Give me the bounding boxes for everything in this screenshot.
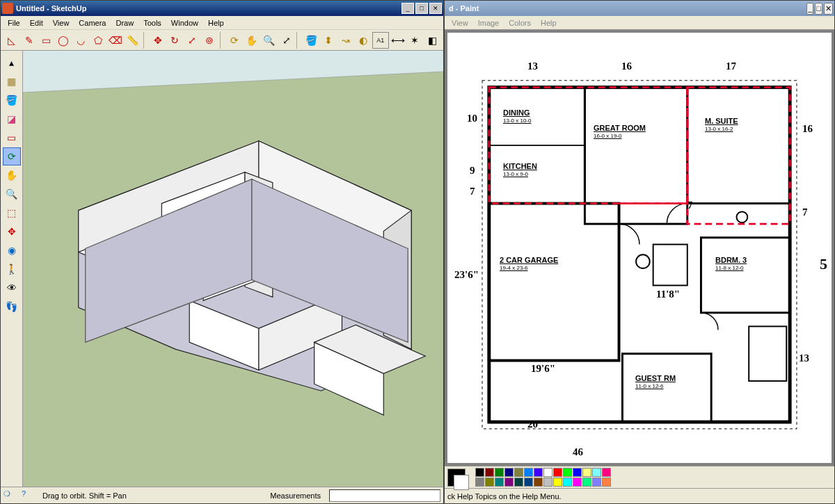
color-swatch[interactable] [514,478,523,487]
menu-camera[interactable]: Camera [74,17,110,29]
color-swatch[interactable] [495,478,504,487]
color-swatch[interactable] [573,468,582,477]
paint-maximize-button[interactable]: □ [815,3,822,15]
color-swatch[interactable] [524,478,533,487]
color-swatch[interactable] [495,468,504,477]
pushpull-icon[interactable]: ⬍ [320,32,337,49]
color-swatch[interactable] [475,478,484,487]
orbit-tool-icon[interactable]: ⟳ [3,147,21,165]
sketchup-app-icon [2,3,13,14]
pan-icon[interactable]: ✋ [244,32,260,49]
rotate-icon[interactable]: ↻ [167,32,184,49]
color-swatch[interactable] [504,468,514,477]
color-swatch[interactable] [553,478,562,487]
color-swatch[interactable] [563,478,572,487]
color-swatch[interactable] [602,468,611,477]
sketchup-viewport[interactable] [23,51,443,487]
position-camera-icon[interactable]: 🚶 [3,260,21,278]
color-swatch[interactable] [582,468,591,477]
dim-23-6: 23'6" [454,269,479,281]
text-icon[interactable]: A1 [372,32,389,49]
color-swatch[interactable] [553,468,562,477]
color-swatch[interactable] [504,478,514,487]
color-swatch[interactable] [514,468,523,477]
color-swatch[interactable] [524,468,533,477]
menu-view[interactable]: View [49,17,74,29]
move-icon[interactable]: ✥ [150,32,166,49]
dim-46: 46 [573,446,583,458]
paint-tool-icon[interactable]: 🪣 [3,91,21,109]
menu-help[interactable]: Help [204,17,228,29]
zoom-window-icon[interactable]: ⬚ [3,204,21,222]
menu-draw[interactable]: Draw [111,17,138,29]
color-swatch[interactable] [485,478,494,487]
geo-icon[interactable]: ❍ [3,489,16,502]
floorplan-image[interactable]: DINING13-0 x 10-0 GREAT ROOM16-0 x 19-0 … [447,33,832,463]
status-hint: Drag to orbit. Shift = Pan [40,491,262,500]
paint-minimize-button[interactable]: _ [806,3,813,15]
walk-icon[interactable]: 👣 [3,298,21,316]
rect-tool-icon[interactable]: ▭ [3,129,21,147]
menu-window[interactable]: Window [167,17,202,29]
svg-point-26 [636,254,650,268]
paint-menu-help[interactable]: Help [536,17,561,29]
look-around-icon[interactable]: 👁 [3,279,21,297]
select-icon[interactable]: ◺ [3,32,20,49]
line-icon[interactable]: ✎ [21,32,38,49]
paint-icon[interactable]: 🪣 [303,32,319,49]
protractor-icon[interactable]: ◐ [355,32,372,49]
color-swatch[interactable] [592,478,601,487]
paint-close-button[interactable]: ✕ [824,3,833,15]
dim-19-6: 19'6" [531,363,555,375]
color-swatch[interactable] [543,468,552,477]
paint-menu-colors[interactable]: Colors [504,17,535,29]
section-icon[interactable]: ◧ [424,32,440,49]
foreground-color-swatch[interactable] [447,469,466,487]
help-icon[interactable]: ? [22,489,34,502]
arc-icon[interactable]: ◡ [72,32,89,49]
followme-icon[interactable]: ↝ [337,32,354,49]
offset-icon[interactable]: ⊚ [201,32,218,49]
paint-menu-view[interactable]: View [447,17,472,29]
menu-tools[interactable]: Tools [139,17,166,29]
color-swatch[interactable] [534,478,543,487]
sketchup-toolbar-left: ▴ ▦ 🪣 ◪ ▭ ⟳ ✋ 🔍 ⬚ ✥ ◉ 🚶 👁 👣 [1,51,23,487]
zoom-tool-icon[interactable]: 🔍 [3,185,21,203]
maximize-button[interactable]: □ [415,3,428,14]
dimension-icon[interactable]: ⟷ [390,32,406,49]
minimize-button[interactable]: _ [401,3,414,14]
previous-view-icon[interactable]: ◉ [3,241,21,259]
eraser-tool-icon[interactable]: ◪ [3,110,21,128]
close-button[interactable]: ✕ [429,3,442,14]
color-swatch[interactable] [543,478,552,487]
paint-menubar: View Image Colors Help [445,16,834,30]
dim-16-top: 16 [621,60,632,72]
color-swatch[interactable] [582,478,591,487]
pan-tool-icon[interactable]: ✋ [3,166,21,184]
color-swatch[interactable] [475,468,484,477]
color-swatch[interactable] [602,478,611,487]
tape-icon[interactable]: 📏 [125,32,141,49]
component-icon[interactable]: ▦ [3,72,21,90]
menu-edit[interactable]: Edit [26,17,47,29]
rect-icon[interactable]: ▭ [38,32,55,49]
zoom-extents-icon[interactable]: ⤢ [278,32,295,49]
select-tool-icon[interactable]: ▴ [3,54,21,72]
zoom-extents-button[interactable]: ✥ [3,222,21,241]
scale-icon[interactable]: ⤢ [184,32,200,49]
zoom-icon[interactable]: 🔍 [261,32,278,49]
color-swatch[interactable] [563,468,572,477]
circle-icon[interactable]: ◯ [56,32,72,49]
axes-icon[interactable]: ✶ [406,32,423,49]
paint-menu-image[interactable]: Image [474,17,504,29]
color-swatch[interactable] [573,478,582,487]
color-swatch[interactable] [485,468,494,477]
measurements-input[interactable] [329,489,440,502]
eraser-icon[interactable]: ⌫ [107,32,124,49]
menu-file[interactable]: File [3,17,24,29]
color-swatch[interactable] [592,468,601,477]
color-swatch[interactable] [534,468,543,477]
poly-icon[interactable]: ⬠ [90,32,106,49]
dim-11-8: 11'8" [656,288,680,300]
orbit-icon[interactable]: ⟳ [226,32,243,49]
